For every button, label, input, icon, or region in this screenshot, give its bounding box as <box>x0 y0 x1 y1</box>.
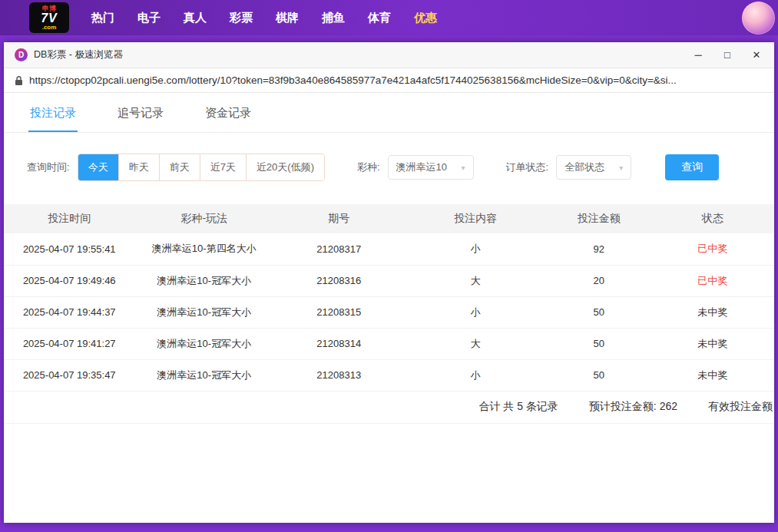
time-filter-5[interactable]: 近20天(低频) <box>246 154 324 180</box>
top-nav: 热门电子真人彩票棋牌捕鱼体育优惠 <box>80 11 449 25</box>
record-tabs: 投注记录 追号记录 资金记录 <box>4 93 774 133</box>
chevron-down-icon: ▾ <box>619 164 623 172</box>
close-button[interactable]: ✕ <box>742 44 771 67</box>
time-filter-group: 今天昨天前天近7天近20天(低频) <box>78 154 325 181</box>
summary-valid-amount: 有效投注金额 <box>708 400 773 414</box>
header-cell: 投注金额 <box>547 204 651 233</box>
summary-total: 合计 共 5 条记录 <box>478 400 558 414</box>
nav-item-7[interactable]: 体育 <box>368 11 391 25</box>
cell-bet-amount: 50 <box>547 359 651 391</box>
cell-issue-number: 21208317 <box>273 233 405 265</box>
cell-bet-content: 大 <box>405 265 548 296</box>
window-titlebar: D DB彩票 - 极速浏览器 ─ □ ✕ <box>4 42 774 68</box>
cell-issue-number: 21208313 <box>273 359 405 391</box>
page-content: 投注记录 追号记录 资金记录 查询时间: 今天昨天前天近7天近20天(低频) 彩… <box>4 93 774 523</box>
logo-line2: 7V <box>41 12 58 25</box>
bet-records-table: 投注时间彩种-玩法期号投注内容投注金额状态 2025-04-07 19:55:4… <box>4 204 774 392</box>
nav-item-8[interactable]: 优惠 <box>414 11 437 25</box>
nav-item-6[interactable]: 捕鱼 <box>322 11 345 25</box>
time-filter-4[interactable]: 近7天 <box>200 154 246 180</box>
nav-item-3[interactable]: 真人 <box>184 11 207 25</box>
table-row: 2025-04-07 19:41:27澳洲幸运10-冠军大小21208314大5… <box>4 328 774 359</box>
nav-item-4[interactable]: 彩票 <box>230 11 253 25</box>
cell-status: 未中奖 <box>651 328 774 359</box>
url-text[interactable]: https://ctopcp02pcali.uengi5e.com/lotter… <box>29 74 763 86</box>
nav-item-5[interactable]: 棋牌 <box>276 11 299 25</box>
header-cell: 状态 <box>651 204 774 233</box>
top-bar: 申博 7V .com 热门电子真人彩票棋牌捕鱼体育优惠 <box>0 0 778 35</box>
cell-bet-amount: 50 <box>547 328 651 359</box>
search-button[interactable]: 查询 <box>665 154 719 180</box>
summary-bar: 合计 共 5 条记录 预计投注金额: 262 有效投注金额 <box>4 392 774 424</box>
tab-chase-records[interactable]: 追号记录 <box>116 93 165 132</box>
chevron-down-icon: ▾ <box>462 164 465 172</box>
status-filter-label: 订单状态: <box>506 160 549 174</box>
cell-bet-time: 2025-04-07 19:55:41 <box>4 233 135 265</box>
lottery-filter-label: 彩种: <box>357 160 380 174</box>
lottery-select-value: 澳洲幸运10 <box>396 160 447 174</box>
cell-bet-time: 2025-04-07 19:41:27 <box>4 328 135 359</box>
header-cell: 投注内容 <box>405 204 548 233</box>
cell-status: 未中奖 <box>651 296 774 328</box>
site-logo[interactable]: 申博 7V .com <box>29 2 69 33</box>
address-bar: https://ctopcp02pcali.uengi5e.com/lotter… <box>4 68 774 93</box>
cell-bet-amount: 50 <box>547 296 651 328</box>
cell-issue-number: 21208316 <box>273 265 405 296</box>
cell-issue-number: 21208315 <box>273 296 405 328</box>
cell-bet-time: 2025-04-07 19:35:47 <box>4 359 135 391</box>
cell-bet-content: 小 <box>405 296 548 328</box>
cell-lottery-play: 澳洲幸运10-冠军大小 <box>135 359 274 391</box>
cell-lottery-play: 澳洲幸运10-冠军大小 <box>135 296 274 328</box>
cell-lottery-play: 澳洲幸运10-第四名大小 <box>135 233 274 265</box>
nav-item-1[interactable]: 热门 <box>91 11 114 25</box>
cell-lottery-play: 澳洲幸运10-冠军大小 <box>135 265 274 296</box>
user-avatar[interactable] <box>742 2 775 35</box>
status-select-value: 全部状态 <box>564 160 604 174</box>
cell-status: 已中奖 <box>651 265 774 296</box>
window-title: DB彩票 - 极速浏览器 <box>34 48 684 61</box>
cell-status: 未中奖 <box>651 359 774 391</box>
header-cell: 彩种-玩法 <box>135 204 274 233</box>
filter-bar: 查询时间: 今天昨天前天近7天近20天(低频) 彩种: 澳洲幸运10 ▾ 订单状… <box>4 133 774 181</box>
tab-fund-records[interactable]: 资金记录 <box>204 93 253 132</box>
time-filter-label: 查询时间: <box>27 160 70 174</box>
tab-bet-records[interactable]: 投注记录 <box>28 93 78 132</box>
cell-bet-amount: 92 <box>547 233 651 265</box>
table-row: 2025-04-07 19:49:46澳洲幸运10-冠军大小21208316大2… <box>4 265 774 296</box>
table-body: 2025-04-07 19:55:41澳洲幸运10-第四名大小21208317小… <box>4 233 774 391</box>
header-cell: 期号 <box>273 204 405 233</box>
cell-bet-time: 2025-04-07 19:49:46 <box>4 265 135 296</box>
minimize-button[interactable]: ─ <box>684 44 713 67</box>
lottery-select[interactable]: 澳洲幸运10 ▾ <box>388 155 474 180</box>
header-cell: 投注时间 <box>4 204 135 233</box>
table-header-row: 投注时间彩种-玩法期号投注内容投注金额状态 <box>4 204 774 233</box>
time-filter-2[interactable]: 昨天 <box>118 154 159 180</box>
maximize-button[interactable]: □ <box>713 44 742 67</box>
cell-status: 已中奖 <box>651 233 774 265</box>
table-row: 2025-04-07 19:35:47澳洲幸运10-冠军大小21208313小5… <box>4 359 774 391</box>
cell-bet-content: 大 <box>405 328 548 359</box>
cell-issue-number: 21208314 <box>273 328 405 359</box>
cell-bet-content: 小 <box>405 233 548 265</box>
table-row: 2025-04-07 19:44:37澳洲幸运10-冠军大小21208315小5… <box>4 296 774 328</box>
lock-icon <box>15 75 23 86</box>
app-icon: D <box>15 48 28 61</box>
cell-lottery-play: 澳洲幸运10-冠军大小 <box>135 328 274 359</box>
time-filter-1[interactable]: 今天 <box>78 154 118 180</box>
order-status-select[interactable]: 全部状态 ▾ <box>556 155 631 180</box>
summary-expected-amount: 预计投注金额: 262 <box>589 400 677 414</box>
table-row: 2025-04-07 19:55:41澳洲幸运10-第四名大小21208317小… <box>4 233 774 265</box>
time-filter-3[interactable]: 前天 <box>159 154 200 180</box>
cell-bet-time: 2025-04-07 19:44:37 <box>4 296 135 328</box>
nav-item-2[interactable]: 电子 <box>137 11 161 25</box>
cell-bet-amount: 20 <box>547 265 651 296</box>
browser-window: D DB彩票 - 极速浏览器 ─ □ ✕ https://ctopcp02pca… <box>4 42 774 523</box>
logo-line3: .com <box>42 25 57 31</box>
cell-bet-content: 小 <box>405 359 548 391</box>
